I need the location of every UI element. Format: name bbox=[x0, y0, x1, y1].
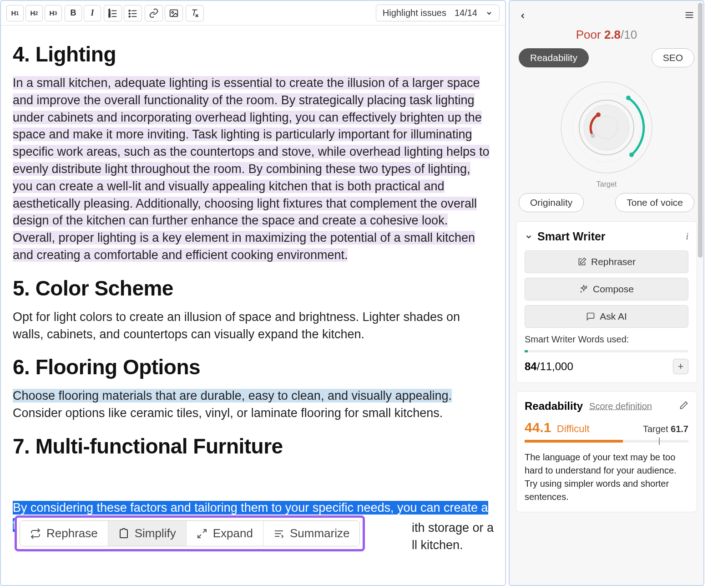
svg-point-33 bbox=[629, 153, 634, 157]
chevron-down-icon bbox=[485, 10, 493, 17]
section-6-heading: 6. Flooring Options bbox=[13, 355, 493, 379]
rephraser-icon bbox=[577, 257, 586, 266]
h-label: H bbox=[30, 9, 35, 17]
scrollbar[interactable] bbox=[698, 3, 703, 258]
text-span: Consider options like ceramic tiles, vin… bbox=[13, 406, 443, 420]
ask-ai-button[interactable]: Ask AI bbox=[525, 305, 688, 328]
chip-seo[interactable]: SEO bbox=[652, 48, 694, 67]
expand-button[interactable]: Expand bbox=[187, 521, 263, 546]
h-sub: 2 bbox=[35, 10, 38, 16]
simplify-label: Simplify bbox=[135, 526, 176, 540]
link-button[interactable] bbox=[145, 5, 163, 21]
text-fragment: ll kitchen. bbox=[412, 537, 494, 554]
words-used-label: Smart Writer Words used: bbox=[525, 334, 688, 345]
bullet-list-icon bbox=[128, 8, 138, 18]
h3-button[interactable]: H3 bbox=[45, 5, 62, 21]
section-4-paragraph: In a small kitchen, adequate lighting is… bbox=[13, 75, 493, 264]
readability-title: Readability bbox=[525, 400, 583, 413]
overall-score: Poor 2.8/10 bbox=[510, 28, 703, 42]
add-words-button[interactable]: + bbox=[673, 359, 688, 374]
italic-button[interactable]: I bbox=[84, 5, 101, 21]
svg-line-16 bbox=[203, 530, 206, 533]
svg-point-34 bbox=[591, 133, 595, 138]
side-panel: Poor 2.8/10 Readability SEO bbox=[509, 0, 704, 586]
image-button[interactable] bbox=[165, 5, 183, 21]
chat-icon bbox=[586, 312, 595, 321]
score-max: /10 bbox=[621, 28, 637, 41]
readability-panel: Readability Score definition 44.1 Diffic… bbox=[516, 391, 697, 512]
simplify-icon bbox=[118, 528, 129, 539]
words-used-count: 84/11,000 bbox=[525, 360, 573, 373]
pencil-icon bbox=[679, 401, 688, 410]
highlight-issues-dropdown[interactable]: Highlight issues 14/14 bbox=[376, 5, 500, 21]
chevron-left-icon bbox=[519, 12, 527, 20]
bold-label: B bbox=[71, 8, 76, 18]
info-icon[interactable]: i bbox=[686, 231, 688, 242]
h-label: H bbox=[50, 9, 55, 17]
ai-toolbar-highlight-box: Rephrase Simplify Expand Summarize bbox=[15, 515, 365, 551]
chip-readability[interactable]: Readability bbox=[519, 48, 589, 67]
rephraser-button[interactable]: Rephraser bbox=[525, 250, 688, 273]
svg-point-32 bbox=[626, 96, 631, 100]
h-label: H bbox=[11, 9, 16, 17]
chip-tone[interactable]: Tone of voice bbox=[615, 193, 694, 212]
svg-point-31 bbox=[596, 112, 601, 117]
score-label: Poor bbox=[576, 28, 601, 41]
chip-originality[interactable]: Originality bbox=[519, 193, 584, 212]
rephrase-label: Rephrase bbox=[46, 526, 98, 540]
bold-button[interactable]: B bbox=[65, 5, 82, 21]
svg-line-17 bbox=[198, 535, 201, 538]
compose-label: Compose bbox=[593, 284, 634, 295]
readability-bar bbox=[525, 440, 688, 443]
clear-format-button[interactable] bbox=[186, 5, 204, 21]
italic-label: I bbox=[91, 8, 94, 18]
smart-writer-title: Smart Writer bbox=[537, 230, 606, 243]
readability-score: 44.1 bbox=[525, 420, 551, 435]
h2-button[interactable]: H2 bbox=[25, 5, 43, 21]
compose-icon bbox=[579, 285, 588, 294]
target-label: Target bbox=[510, 180, 703, 189]
side-header bbox=[510, 1, 703, 28]
editor-toolbar: H1 H2 H3 B I 123 bbox=[1, 1, 505, 25]
section-5-paragraph: Opt for light colors to create an illusi… bbox=[13, 309, 493, 343]
svg-text:3: 3 bbox=[109, 15, 111, 18]
unordered-list-button[interactable] bbox=[124, 5, 142, 21]
chip-row-bottom: Originality Tone of voice bbox=[510, 189, 703, 221]
h1-button[interactable]: H1 bbox=[6, 5, 24, 21]
link-icon bbox=[149, 8, 159, 18]
readability-highlight: In a small kitchen, adequate lighting is… bbox=[13, 76, 490, 262]
editor-body[interactable]: 4. Lighting In a small kitchen, adequate… bbox=[1, 25, 505, 585]
section-4-heading: 4. Lighting bbox=[13, 42, 493, 66]
section-7-heading: 7. Multi-functional Furniture bbox=[13, 434, 493, 459]
score-definition-link[interactable]: Score definition bbox=[589, 401, 652, 412]
ordered-list-button[interactable]: 123 bbox=[104, 5, 122, 21]
back-button[interactable] bbox=[519, 9, 527, 23]
compose-button[interactable]: Compose bbox=[525, 278, 688, 301]
smart-writer-panel: Smart Writer i Rephraser Compose Ask AI … bbox=[516, 221, 697, 383]
seo-highlight: Choose flooring materials that are durab… bbox=[13, 389, 452, 403]
svg-point-6 bbox=[129, 10, 130, 11]
menu-button[interactable] bbox=[684, 9, 694, 23]
radar-chart bbox=[510, 70, 703, 183]
h-sub: 1 bbox=[16, 10, 19, 16]
rephrase-button[interactable]: Rephrase bbox=[20, 521, 108, 546]
h-sub: 3 bbox=[54, 10, 57, 16]
edit-button[interactable] bbox=[679, 401, 688, 412]
obscured-text: ith storage or a ll kitchen. bbox=[412, 520, 494, 554]
ask-ai-label: Ask AI bbox=[600, 311, 627, 322]
section-6-paragraph: Choose flooring materials that are durab… bbox=[13, 387, 493, 422]
expand-label: Expand bbox=[213, 526, 253, 540]
summarize-button[interactable]: Summarize bbox=[263, 521, 359, 546]
readability-description: The language of your text may be too har… bbox=[525, 451, 688, 504]
chip-row-top: Readability SEO bbox=[510, 48, 703, 67]
svg-point-8 bbox=[129, 13, 130, 14]
chevron-down-icon[interactable] bbox=[525, 233, 533, 241]
highlight-label: Highlight issues bbox=[383, 8, 446, 18]
image-icon bbox=[169, 8, 179, 18]
simplify-button[interactable]: Simplify bbox=[108, 521, 187, 546]
section-5-heading: 5. Color Scheme bbox=[13, 276, 493, 301]
summarize-label: Summarize bbox=[290, 526, 349, 540]
rephrase-icon bbox=[30, 528, 41, 539]
svg-rect-12 bbox=[170, 10, 178, 16]
svg-point-36 bbox=[581, 291, 581, 292]
